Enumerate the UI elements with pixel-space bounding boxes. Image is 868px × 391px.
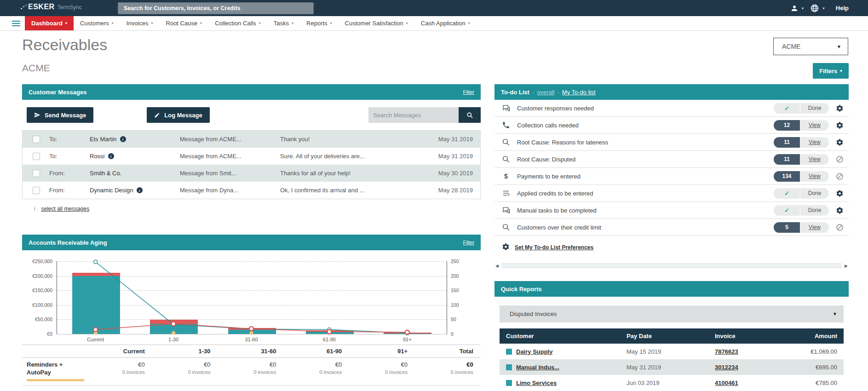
ar-invoice-count: 0 invoices — [218, 369, 276, 375]
todo-my-list-link[interactable]: My To-do list — [562, 89, 596, 96]
message-row[interactable]: To:Ets MartiniMessage from ACME...Thank … — [23, 131, 480, 148]
log-message-button[interactable]: Log Message — [147, 107, 209, 123]
user-menu-chevron-icon[interactable]: ▾ — [802, 6, 804, 11]
nav-item-label: Invoices — [126, 20, 149, 27]
message-checkbox[interactable] — [33, 136, 40, 143]
invoice-link[interactable]: 3012234 — [715, 364, 738, 371]
send-message-button[interactable]: Send Message — [27, 107, 93, 123]
logo-dots-icon — [21, 5, 27, 9]
nav-item-customer-satisfaction[interactable]: Customer Satisfaction▾ — [339, 16, 414, 30]
nav-item-root-cause[interactable]: Root Cause▾ — [160, 16, 209, 30]
nav-item-label: Cash Application — [421, 20, 466, 27]
nav-item-collection-calls[interactable]: Collection Calls▾ — [208, 16, 267, 30]
x-axis-label: 1-30 — [168, 337, 178, 342]
scroll-left-icon[interactable]: ◀ — [495, 264, 499, 268]
customer-link[interactable]: Manual Indus... — [516, 364, 559, 371]
todo-item-label: Root Cause: Reasons for lateness — [517, 139, 608, 146]
message-direction: To: — [49, 136, 90, 143]
todo-item-actions: 12View — [774, 120, 844, 131]
view-button[interactable]: View — [800, 154, 829, 165]
language-menu-chevron-icon[interactable]: ▾ — [822, 6, 825, 11]
dropdown-arrow-icon: ▼ — [837, 44, 841, 49]
customer-color-square — [506, 349, 512, 355]
todo-row-customer-responses-needed: Customer responses needed✓Done — [494, 100, 849, 117]
info-icon[interactable]: i — [137, 187, 143, 193]
message-search-button[interactable] — [459, 107, 481, 123]
nav-item-customers[interactable]: Customers▾ — [74, 16, 120, 30]
filters-button[interactable]: Filters ▾ — [813, 63, 849, 79]
message-checkbox[interactable] — [33, 170, 40, 177]
message-row[interactable]: From:Smith & Co.Message from Smit...Than… — [23, 165, 480, 182]
nav-item-tasks[interactable]: Tasks▾ — [267, 16, 300, 30]
page-title: Receivables — [22, 36, 107, 54]
message-date: May 31 2019 — [411, 153, 480, 160]
ar-invoice-count: 0 invoices — [86, 369, 145, 375]
ar-amount-cell: €00 invoices — [152, 361, 218, 381]
qr-pay-date: Jun 03 2019 — [620, 380, 708, 386]
done-button[interactable]: Done — [800, 205, 829, 216]
select-all-row: ↑ select all messages — [33, 205, 481, 212]
y-axis-left-tick: €150,000 — [22, 288, 52, 293]
y-axis-left-tick: €100,000 — [22, 302, 52, 308]
message-row[interactable]: To:RossiiMessage from ACME...Sure. All o… — [23, 148, 480, 165]
todo-item-label: Payments to be entered — [517, 173, 581, 180]
view-button[interactable]: View — [800, 222, 829, 233]
gear-icon — [836, 104, 844, 112]
up-arrow-icon: ↑ — [33, 205, 36, 212]
nav-item-reports[interactable]: Reports▾ — [300, 16, 339, 30]
view-button[interactable]: View — [800, 171, 829, 182]
done-button[interactable]: Done — [800, 103, 829, 114]
autopay-underline — [27, 379, 84, 381]
hamburger-menu-icon[interactable] — [12, 16, 20, 30]
todo-preferences-link[interactable]: Set My To-do List Preferences — [515, 244, 593, 251]
nav-item-dashboard[interactable]: Dashboard▾ — [25, 16, 74, 30]
ar-table-row: Reminders + AutoPay€00 invoices€00 invoi… — [22, 358, 481, 386]
todo-item-pill: 134View — [774, 171, 829, 182]
message-subject: Message from ACME... — [180, 136, 280, 143]
todo-overall-link[interactable]: overall — [537, 89, 554, 96]
ar-aging-filter-link[interactable]: Filter — [463, 240, 474, 245]
customer-link[interactable]: Limo Services — [516, 380, 557, 386]
customer-link[interactable]: Dairy Supply — [516, 348, 552, 355]
message-row[interactable]: From:Dynamic DesigniMessage from Dyna...… — [23, 182, 480, 199]
contact-name-text: Dynamic Design — [90, 187, 133, 194]
message-checkbox[interactable] — [33, 187, 40, 194]
info-icon[interactable]: i — [120, 136, 126, 142]
nav-item-label: Dashboard — [31, 20, 63, 27]
messages-filter-link[interactable]: Filter — [463, 89, 474, 95]
report-selector[interactable]: Disputed Invoices ▼ — [500, 305, 844, 322]
scroll-right-icon[interactable]: ▶ — [845, 264, 848, 268]
ar-column-header: 31-60 — [218, 348, 284, 355]
user-icon[interactable] — [790, 4, 799, 12]
info-icon[interactable]: i — [108, 153, 114, 159]
check-icon: ✓ — [774, 188, 800, 199]
nav-item-invoices[interactable]: Invoices▾ — [120, 16, 160, 30]
contact-name-text: Ets Martin — [90, 136, 117, 143]
company-selector[interactable]: ACME ▼ — [773, 38, 848, 55]
view-button[interactable]: View — [800, 120, 829, 131]
company-selector-value: ACME — [782, 43, 837, 50]
todo-items: Customer responses needed✓DoneCollection… — [494, 100, 849, 236]
invoice-link[interactable]: 4100461 — [715, 380, 738, 386]
help-link[interactable]: Help — [836, 5, 849, 12]
ar-invoice-count: 0 invoices — [283, 369, 342, 375]
magnifier-icon — [502, 223, 510, 231]
message-checkbox[interactable] — [33, 153, 40, 160]
select-all-messages-link[interactable]: select all messages — [41, 206, 90, 212]
message-search-input[interactable] — [368, 107, 459, 123]
nav-item-cash-application[interactable]: Cash Application▾ — [414, 16, 477, 30]
nav-item-label: Customer Satisfaction — [345, 20, 403, 27]
invoice-link[interactable]: 7876623 — [715, 348, 738, 355]
message-direction: From: — [49, 170, 90, 177]
global-search-input[interactable] — [118, 2, 314, 14]
globe-icon[interactable] — [810, 4, 819, 13]
view-button[interactable]: View — [800, 137, 829, 148]
ar-amount: €0 — [86, 361, 145, 368]
scroll-track[interactable] — [502, 263, 841, 268]
top-bar: ESKER TermSync ▾ ▾ Help — [0, 0, 868, 16]
chevron-down-icon: ▾ — [406, 21, 408, 25]
todo-row-payments-to-be-entered: $Payments to be entered134View — [494, 168, 849, 185]
x-axis-label: 31-60 — [245, 337, 258, 342]
done-button[interactable]: Done — [800, 188, 829, 199]
todo-item-actions: ✓Done — [774, 205, 844, 216]
